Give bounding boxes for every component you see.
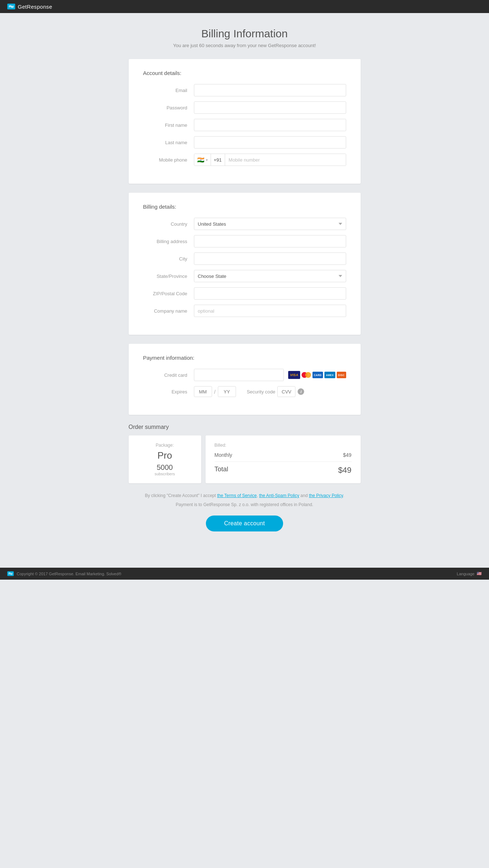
billed-label: Billed: [215,443,352,448]
expires-label: Expires [143,389,194,395]
phone-country-code: +91 [211,154,225,166]
footer: Copyright © 2017 GetResponse. Email Mark… [0,568,489,580]
billing-address-label: Billing address [143,239,194,244]
discover-logo-icon: DISC [337,372,346,378]
india-flag-icon: 🇮🇳 [197,157,204,163]
monthly-label: Monthly [215,452,232,458]
flag-dropdown-arrow: ▾ [206,158,208,162]
monthly-row: Monthly $49 [215,452,352,458]
credit-card-label: Credit card [143,372,194,378]
logo-wrap: GetResponse [7,4,52,10]
order-package-card: Package: Pro 5000 subscribers [129,435,201,483]
state-row: State/Province Choose State Alabama Alas… [143,270,346,282]
first-name-label: First name [143,122,194,128]
privacy-link[interactable]: the Privacy Policy [309,493,343,498]
total-price: $49 [338,466,352,475]
package-label: Package: [138,443,192,448]
cvv-input[interactable] [277,386,295,397]
order-summary-grid: Package: Pro 5000 subscribers Billed: Mo… [129,435,361,483]
company-label: Company name [143,308,194,314]
country-row: Country United States United Kingdom Can… [143,218,346,230]
mobile-phone-row: Mobile phone 🇮🇳 ▾ +91 [143,154,346,166]
terms-line2: Payment is to GetResponse Sp. z o.o. wit… [129,501,361,508]
password-input[interactable] [194,101,346,114]
antispam-link[interactable]: the Anti-Spam Policy [259,493,299,498]
visa-logo-icon: VISA [288,371,300,379]
terms-link[interactable]: the Terms of Service [217,493,257,498]
footer-right: Language 🇺🇸 [457,571,482,576]
card-generic-icon: CARD [312,372,323,378]
password-row: Password [143,101,346,114]
cvv-info-icon[interactable]: i [298,388,304,395]
footer-left: Copyright © 2017 GetResponse. Email Mark… [7,571,121,576]
subscribers-label: subscribers [138,472,192,476]
package-name: Pro [138,450,192,461]
credit-card-row: Credit card VISA CARD AMEX DISC [143,369,346,381]
card-number-input[interactable] [194,369,284,381]
create-account-button[interactable]: Create account [206,516,283,531]
order-summary-section: Order summary Package: Pro 5000 subscrib… [129,424,361,483]
email-label: Email [143,88,194,93]
security-code-label: Security code [247,389,275,395]
header: GetResponse [0,0,489,13]
getresponse-logo-icon [7,4,15,9]
total-label: Total [215,466,228,475]
order-summary-title: Order summary [129,424,361,430]
amex-logo-icon: AMEX [324,372,335,378]
email-row: Email [143,84,346,96]
zip-label: ZIP/Postal Code [143,291,194,296]
expires-row: Expires / Security code i [143,386,346,397]
phone-wrap: 🇮🇳 ▾ +91 [194,154,346,166]
country-select[interactable]: United States United Kingdom Canada Aust… [194,218,346,230]
city-label: City [143,256,194,262]
footer-copyright: Copyright © 2017 GetResponse. Email Mark… [17,572,121,576]
security-wrap: Security code i [247,386,304,397]
state-label: State/Province [143,274,194,279]
account-details-card: Account details: Email Password First na… [129,59,361,184]
order-billing-card: Billed: Monthly $49 Total $49 [206,435,361,483]
country-label: Country [143,221,194,227]
terms-line1: By clicking "Create Account" I accept th… [129,492,361,499]
expires-mm-input[interactable] [194,386,212,397]
password-label: Password [143,105,194,110]
last-name-row: Last name [143,136,346,149]
billing-divider [215,462,352,462]
expires-yy-input[interactable] [218,386,236,397]
billing-details-title: Billing details: [143,204,346,210]
card-input-wrap: VISA CARD AMEX DISC [194,369,346,381]
footer-flag-icon: 🇺🇸 [477,571,482,576]
zip-input[interactable] [194,287,346,300]
page-wrapper: Billing Information You are just 60 seco… [121,13,368,553]
billing-details-card: Billing details: Country United States U… [129,193,361,335]
monthly-price: $49 [343,452,351,458]
terms-section: By clicking "Create Account" I accept th… [129,492,361,508]
email-input[interactable] [194,84,346,96]
city-row: City [143,253,346,265]
page-subtitle: You are just 60 seconds away from your n… [129,43,361,48]
company-input[interactable] [194,305,346,317]
footer-language-label: Language [457,572,475,576]
mastercard-logo-icon [302,372,311,378]
footer-logo-icon [7,571,14,576]
page-title: Billing Information [129,28,361,40]
card-logos: VISA CARD AMEX DISC [288,371,346,379]
last-name-input[interactable] [194,136,346,149]
first-name-input[interactable] [194,119,346,131]
logo-text: GetResponse [18,4,52,10]
city-input[interactable] [194,253,346,265]
account-details-title: Account details: [143,70,346,76]
expires-separator: / [214,389,216,395]
expires-wrap: / [194,386,236,397]
phone-flag-selector[interactable]: 🇮🇳 ▾ [194,154,211,166]
last-name-label: Last name [143,140,194,145]
payment-info-card: Payment information: Credit card VISA CA… [129,344,361,415]
total-row: Total $49 [215,466,352,475]
state-select[interactable]: Choose State Alabama Alaska Arizona Cali… [194,270,346,282]
billing-address-input[interactable] [194,235,346,247]
mobile-phone-label: Mobile phone [143,157,194,163]
zip-row: ZIP/Postal Code [143,287,346,300]
billing-address-row: Billing address [143,235,346,247]
payment-info-title: Payment information: [143,355,346,361]
company-row: Company name [143,305,346,317]
phone-number-input[interactable] [225,154,346,166]
